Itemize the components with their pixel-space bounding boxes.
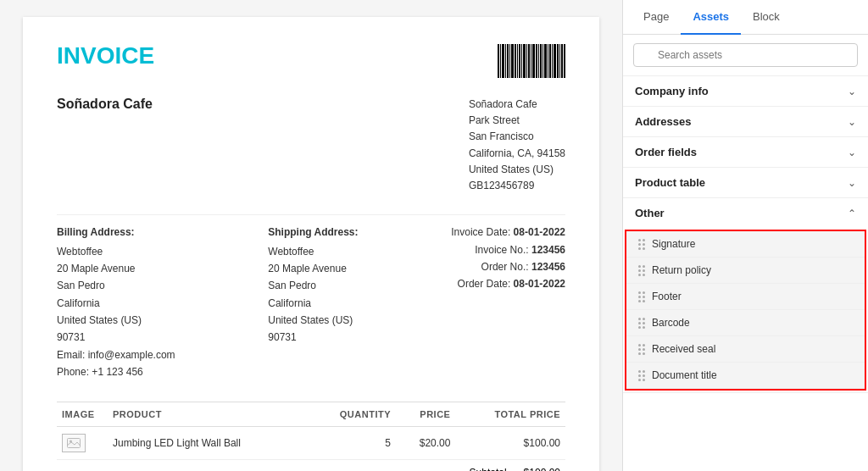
search-input[interactable] xyxy=(633,43,858,67)
billing-label: Billing Address: xyxy=(57,224,175,241)
svg-rect-25 xyxy=(557,44,559,78)
svg-rect-1 xyxy=(500,44,501,78)
order-date-label: Order Date: xyxy=(458,278,511,290)
svg-rect-12 xyxy=(526,44,527,78)
item-label-footer: Footer xyxy=(652,291,682,302)
invoice-details: Invoice Date: 08-01-2022 Invoice No.: 12… xyxy=(451,224,565,381)
billing-line-0: Webtoffee xyxy=(57,243,175,260)
svg-rect-19 xyxy=(542,44,543,78)
sidebar: Page Assets Block 🔍 Company info ⌄ Addre… xyxy=(622,0,868,471)
svg-rect-11 xyxy=(523,44,526,78)
invoice-no-value: 123456 xyxy=(531,244,565,256)
billing-line-3: California xyxy=(57,295,175,312)
svg-rect-4 xyxy=(507,44,509,78)
company-addr-line-5: GB123456789 xyxy=(469,178,565,194)
product-price: $20.00 xyxy=(396,426,455,459)
svg-rect-0 xyxy=(498,44,499,78)
company-addr-line-1: Park Street xyxy=(469,113,565,129)
sidebar-item-received-seal[interactable]: Received seal xyxy=(626,336,865,363)
drag-handle-icon xyxy=(638,370,645,381)
invoice-document: INVOICE // Will be rendered after body l… xyxy=(23,17,599,471)
section-addresses: Addresses ⌄ xyxy=(623,107,868,137)
drag-handle-icon xyxy=(638,291,645,302)
sidebar-item-return-policy[interactable]: Return policy xyxy=(626,258,865,284)
svg-rect-20 xyxy=(544,44,547,78)
product-total: $100.00 xyxy=(455,426,565,459)
svg-rect-2 xyxy=(502,44,504,78)
product-quantity: 5 xyxy=(308,426,396,459)
tab-page[interactable]: Page xyxy=(632,0,681,35)
invoice-date-row: Invoice Date: 08-01-2022 xyxy=(451,224,565,241)
svg-rect-27 xyxy=(561,44,563,78)
order-date-row: Order Date: 08-01-2022 xyxy=(451,275,565,292)
order-no-row: Order No.: 123456 xyxy=(451,258,565,275)
svg-rect-10 xyxy=(521,44,522,78)
billing-line-4: United States (US) xyxy=(57,312,175,329)
company-addr-line-3: California, CA, 94158 xyxy=(469,146,565,162)
subtotal-label: Subtotal xyxy=(470,467,507,471)
section-order-fields-header[interactable]: Order fields ⌄ xyxy=(623,137,868,167)
company-name: Soñadora Cafe xyxy=(57,97,153,194)
col-product: PRODUCT xyxy=(108,402,308,426)
svg-rect-13 xyxy=(528,44,530,78)
billing-line-6: Email: info@example.com xyxy=(57,346,175,363)
shipping-line-0: Webtoffee xyxy=(268,243,358,260)
billing-address: Billing Address: Webtoffee 20 Maple Aven… xyxy=(57,224,175,381)
shipping-address: Shipping Address: Webtoffee 20 Maple Ave… xyxy=(268,224,358,381)
invoice-title: INVOICE xyxy=(57,42,154,69)
shipping-line-2: San Pedro xyxy=(268,277,358,294)
billing-line-7: Phone: +1 123 456 xyxy=(57,363,175,380)
company-addr-line-4: United States (US) xyxy=(469,162,565,178)
svg-rect-15 xyxy=(532,44,535,78)
drag-handle-icon xyxy=(638,265,645,276)
svg-rect-8 xyxy=(517,44,518,78)
section-company-info: Company info ⌄ xyxy=(623,76,868,107)
section-company-info-header[interactable]: Company info ⌄ xyxy=(623,76,868,106)
image-placeholder xyxy=(62,434,86,452)
sidebar-item-signature[interactable]: Signature xyxy=(626,231,865,258)
svg-rect-9 xyxy=(519,44,520,78)
item-label-received-seal: Received seal xyxy=(652,343,715,355)
section-order-fields: Order fields ⌄ xyxy=(623,137,868,168)
section-other-title: Other xyxy=(635,207,665,219)
barcode-image: // Will be rendered after body load xyxy=(498,42,565,80)
table-row: Jumbing LED Light Wall Ball 5 $20.00 $10… xyxy=(57,426,565,459)
item-label-barcode: Barcode xyxy=(652,317,690,329)
item-label-signature: Signature xyxy=(652,238,695,250)
col-total: TOTAL PRICE xyxy=(455,402,565,426)
section-other-header[interactable]: Other ⌃ xyxy=(623,198,868,228)
sidebar-item-footer[interactable]: Footer xyxy=(626,284,865,310)
chevron-up-icon: ⌃ xyxy=(848,208,856,219)
tab-block[interactable]: Block xyxy=(741,0,792,35)
svg-rect-23 xyxy=(552,44,553,78)
section-company-info-title: Company info xyxy=(635,85,709,97)
section-addresses-header[interactable]: Addresses ⌄ xyxy=(623,107,868,136)
product-image-cell xyxy=(57,426,108,459)
sidebar-item-document-title[interactable]: Document title xyxy=(626,363,865,389)
billing-line-1: 20 Maple Avenue xyxy=(57,260,175,277)
order-date-value: 08-01-2022 xyxy=(514,278,565,290)
shipping-line-1: 20 Maple Avenue xyxy=(268,260,358,277)
section-product-table: Product table ⌄ xyxy=(623,168,868,198)
sidebar-tabs: Page Assets Block xyxy=(623,0,868,35)
svg-rect-24 xyxy=(554,44,556,78)
drag-handle-icon xyxy=(638,239,645,250)
svg-rect-14 xyxy=(531,44,531,78)
subtotal-row: Subtotal $100.00 xyxy=(57,460,565,471)
svg-rect-21 xyxy=(548,44,548,78)
shipping-line-3: California xyxy=(268,295,358,312)
company-addr-line-0: Soñadora Cafe xyxy=(469,97,565,113)
subtotal-value: $100.00 xyxy=(524,467,560,471)
billing-line-2: San Pedro xyxy=(57,277,175,294)
col-price: PRICE xyxy=(396,402,455,426)
section-product-table-header[interactable]: Product table ⌄ xyxy=(623,168,868,197)
chevron-down-icon: ⌄ xyxy=(848,147,856,158)
tab-assets[interactable]: Assets xyxy=(681,0,741,35)
item-label-document-title: Document title xyxy=(652,369,717,381)
sidebar-item-barcode[interactable]: Barcode xyxy=(626,310,865,336)
company-address: Soñadora Cafe Park Street San Francisco … xyxy=(469,97,565,194)
invoice-date-label: Invoice Date: xyxy=(451,226,510,238)
shipping-label: Shipping Address: xyxy=(268,224,358,241)
svg-rect-28 xyxy=(564,44,565,78)
item-label-return-policy: Return policy xyxy=(652,264,711,276)
